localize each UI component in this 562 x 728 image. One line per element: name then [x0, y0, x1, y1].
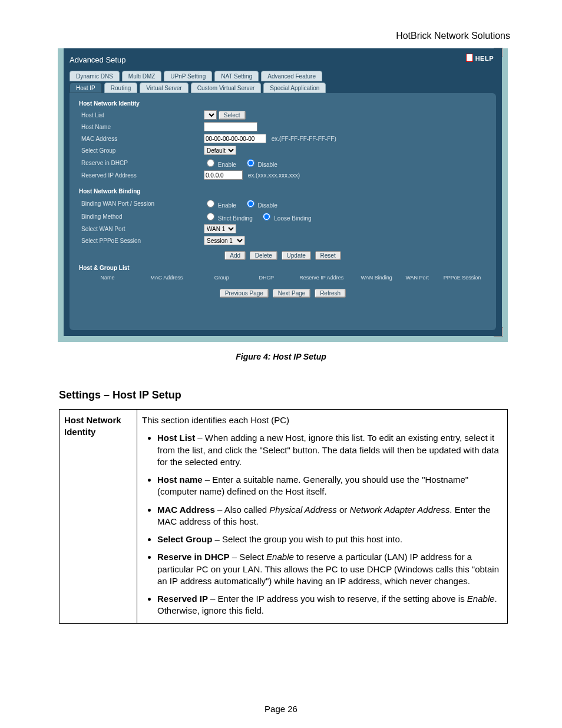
figure-caption: Figure 4: Host IP Setup [0, 352, 562, 361]
reserve-dhcp-disable-radio[interactable] [247, 159, 254, 167]
section-host-group-list: Host & Group List [79, 265, 487, 271]
col-wan-port: WAN Port [397, 274, 438, 282]
group-select[interactable]: Default [204, 146, 236, 155]
section-host-network-identity: Host Network Identity [79, 100, 487, 107]
host-name-input[interactable] [204, 122, 257, 131]
bullet-mac-address: MAC Address – Also called Physical Addre… [157, 504, 503, 528]
tab-dynamic-dns[interactable]: Dynamic DNS [70, 71, 120, 81]
label-host-name: Host Name [79, 121, 201, 133]
settings-heading: Settings – Host IP Setup [59, 389, 181, 401]
tab-virtual-server[interactable]: Virtual Server [140, 83, 188, 93]
tab-special-application[interactable]: Special Application [263, 83, 326, 93]
strict-binding-radio[interactable] [207, 213, 214, 220]
col-dhcp: DHCP [246, 274, 287, 282]
help-icon [466, 54, 474, 62]
label-binding-method: Binding Method [79, 210, 201, 223]
bullet-reserve-dhcp: Reserve in DHCP – Select Enable to reser… [157, 551, 503, 587]
reserved-ip-hint: ex.(xxx.xxx.xxx.xxx) [248, 172, 300, 179]
col-wan-binding: WAN Binding [356, 274, 397, 282]
tab-custom-virtual-server[interactable]: Custom Virtual Server [191, 83, 262, 93]
tab-nat-setting[interactable]: NAT Setting [214, 71, 259, 81]
tab-upnp-setting[interactable]: UPnP Setting [164, 71, 212, 81]
update-button[interactable]: Update [282, 251, 311, 260]
table-row-body: This section identifies each Host (PC) H… [137, 410, 508, 624]
binding-disable-radio[interactable] [247, 200, 254, 207]
label-reserve-dhcp: Reserve in DHCP [79, 156, 201, 169]
reserved-ip-input[interactable] [204, 170, 243, 180]
router-ui-screenshot: ▲ ▼ Advanced Setup HELP Dynamic DNS Mult… [58, 48, 508, 342]
label-select-wan-port: Select WAN Port [79, 223, 201, 235]
tab-multi-dmz[interactable]: Multi DMZ [122, 71, 162, 81]
host-list-select[interactable] [204, 110, 217, 120]
reserve-dhcp-enable-radio[interactable] [207, 159, 214, 167]
label-host-list: Host List [79, 109, 201, 121]
col-reserve-ip: Reserve IP Addres [287, 274, 356, 282]
label-reserved-ip: Reserved IP Address [79, 169, 201, 181]
table-row-head: Host Network Identity [59, 410, 137, 624]
page-number: Page 26 [0, 704, 562, 714]
delete-button[interactable]: Delete [250, 251, 277, 260]
table-intro: This section identifies each Host (PC) [142, 414, 503, 426]
section-host-network-binding: Host Network Binding [79, 188, 487, 195]
tab-host-ip[interactable]: Host IP [70, 83, 102, 93]
select-button[interactable]: Select [219, 111, 246, 120]
company-name: HotBrick Network Solutions [396, 31, 510, 41]
wan-port-select[interactable]: WAN 1 [204, 224, 236, 233]
page-title: Advanced Setup [70, 55, 125, 64]
mac-hint: ex.(FF-FF-FF-FF-FF-FF) [272, 136, 336, 142]
help-link[interactable]: HELP [466, 54, 494, 62]
label-select-pppoe: Select PPPoE Session [79, 235, 201, 246]
reset-button[interactable]: Reset [315, 251, 341, 260]
mac-address-input[interactable] [204, 134, 266, 143]
pppoe-session-select[interactable]: Session 1 [204, 236, 245, 245]
col-mac: MAC Address [136, 274, 197, 282]
tab-advanced-feature[interactable]: Advanced Feature [261, 71, 322, 81]
settings-table: Host Network Identity This section ident… [59, 409, 508, 624]
bullet-host-list: Host List – When adding a new Host, igno… [157, 432, 503, 468]
binding-enable-radio[interactable] [207, 200, 214, 207]
next-page-button[interactable]: Next Page [273, 289, 311, 298]
bullet-host-name: Host name – Enter a suitable name. Gener… [157, 474, 503, 498]
bullet-select-group: Select Group – Select the group you wish… [157, 533, 503, 545]
label-select-group: Select Group [79, 144, 201, 156]
previous-page-button[interactable]: Previous Page [220, 289, 269, 298]
help-label: HELP [475, 55, 494, 62]
add-button[interactable]: Add [224, 251, 246, 260]
tab-routing[interactable]: Routing [104, 83, 137, 93]
col-group: Group [197, 274, 246, 282]
col-pppoe: PPPoE Session [438, 274, 487, 282]
label-binding-wan: Binding WAN Port / Session [79, 197, 201, 210]
refresh-button[interactable]: Refresh [315, 289, 346, 298]
bullet-reserved-ip: Reserved IP – Enter the IP address you w… [157, 593, 503, 617]
loose-binding-radio[interactable] [263, 213, 270, 220]
col-name: Name [79, 274, 136, 282]
label-mac-address: MAC Address [79, 133, 201, 144]
